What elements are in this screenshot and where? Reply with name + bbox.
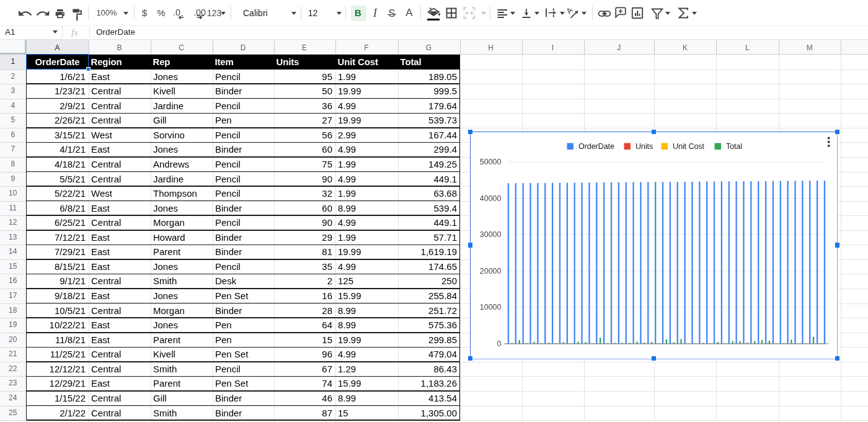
svg-text:0: 0 [497,339,501,348]
svg-text:10000: 10000 [479,303,501,312]
svg-text:Units: Units [636,142,653,151]
svg-text:Unit Cost: Unit Cost [673,142,704,151]
svg-text:OrderDate: OrderDate [578,142,614,151]
svg-text:50000: 50000 [479,158,501,166]
svg-text:Total: Total [726,142,742,151]
svg-text:30000: 30000 [479,230,501,239]
svg-text:A: A [566,6,575,16]
svg-text:20000: 20000 [479,266,501,275]
svg-text:40000: 40000 [479,194,501,202]
